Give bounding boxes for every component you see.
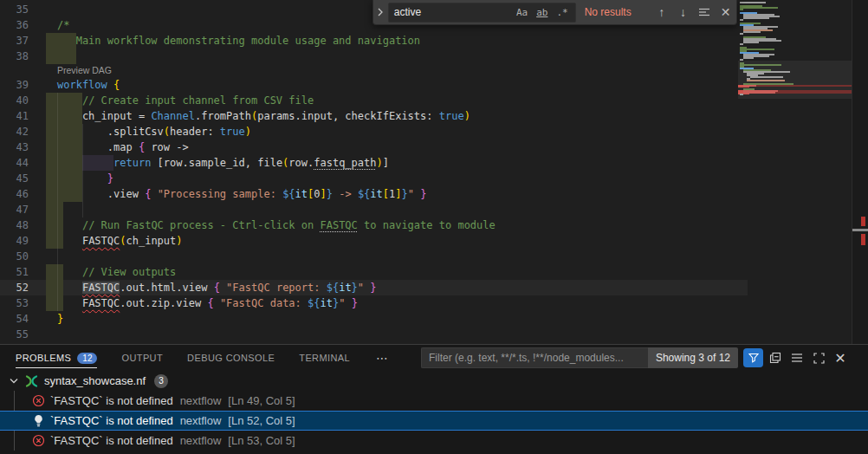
code-lens-preview-dag[interactable]: Preview DAG [57, 65, 112, 75]
problems-filter: Filter (e.g. text, **/*.ts, !**/node_mod… [421, 347, 738, 368]
find-widget: active Aa ab .* No results ↑ ↓ ✕ [372, 0, 737, 25]
problems-list: syntax_showcase.nf3`FASTQC` is not defin… [0, 371, 868, 454]
collapse-all-icon[interactable] [766, 348, 785, 367]
indent-guide [57, 93, 58, 108]
code-line[interactable]: 47 [0, 202, 852, 217]
problem-item[interactable]: `FASTQC` is not definednextflow[Ln 52, C… [0, 411, 868, 431]
find-query[interactable]: active [394, 6, 511, 18]
line-number: 48 [0, 217, 40, 233]
code-line[interactable]: 55 [0, 327, 852, 342]
indent-guide [82, 171, 83, 186]
filter-icon[interactable] [743, 348, 763, 367]
problem-source: nextflow [180, 414, 222, 427]
code-line[interactable]: 49 FASTQC(ch_input) [0, 233, 852, 249]
whitespace-highlight [46, 202, 63, 217]
tab-terminal[interactable]: TERMINAL [299, 345, 350, 371]
code-line[interactable]: 37 * Main workflow demonstrating module … [0, 33, 852, 49]
code-line[interactable]: 54} [0, 311, 852, 327]
error-icon [31, 394, 45, 408]
problem-location: [Ln 53, Col 5] [228, 434, 295, 447]
indent-guide [82, 124, 83, 139]
indent-guide [57, 139, 58, 155]
problem-item[interactable]: `FASTQC` is not definednextflow[Ln 53, C… [0, 431, 868, 451]
code-line[interactable]: 43 .map { row -> [0, 139, 852, 155]
code-line[interactable]: 38 */ [0, 49, 852, 64]
code-editor[interactable]: 3536/*37 * Main workflow demonstrating m… [0, 0, 868, 344]
filter-input[interactable]: Filter (e.g. text, **/*.ts, !**/node_mod… [421, 347, 648, 368]
line-number: 42 [0, 124, 40, 139]
error-marker [861, 234, 865, 245]
code-line[interactable]: 40 // Create input channel from CSV file [0, 93, 852, 108]
line-number: 49 [0, 233, 40, 249]
vscode-window: 3536/*37 * Main workflow demonstrating m… [0, 0, 868, 454]
whitespace-highlight [46, 264, 63, 280]
toggle-replace-chevron-icon[interactable] [373, 0, 388, 24]
regex-icon[interactable]: .* [553, 6, 571, 19]
whitespace-highlight [46, 49, 76, 64]
indent-guide [57, 186, 58, 202]
problems-file-header[interactable]: syntax_showcase.nf3 [0, 371, 868, 391]
indent-guide [57, 202, 58, 217]
code-line[interactable]: 44 return [row.sample_id, file(row.fastq… [0, 155, 852, 171]
code-line[interactable]: 51 // View outputs [0, 264, 852, 280]
whitespace-highlight [46, 93, 82, 108]
whitespace-highlight [46, 233, 63, 249]
whitespace-highlight [46, 171, 82, 186]
chevron-down-icon[interactable] [7, 378, 21, 384]
indent-guide [82, 186, 83, 202]
bottom-panel: PROBLEMS 12 OUTPUT DEBUG CONSOLE TERMINA… [0, 344, 868, 454]
code-line[interactable]: 42 .splitCsv(header: true) [0, 124, 852, 139]
code-line[interactable]: 53 FASTQC.out.zip.view { "FastQC data: $… [0, 295, 852, 311]
close-panel-icon[interactable]: ✕ [831, 348, 850, 367]
find-input[interactable]: active Aa ab .* [388, 3, 576, 23]
indent-guide [57, 249, 58, 264]
line-number: 52 [0, 280, 40, 295]
minimap[interactable] [738, 2, 852, 106]
code-line[interactable]: 41 ch_input = Channel.fromPath(params.in… [0, 108, 852, 124]
indent-guide [57, 217, 58, 233]
whitespace-highlight [46, 155, 82, 171]
tab-output[interactable]: OUTPUT [121, 345, 163, 371]
indent-guide [57, 264, 58, 280]
code-line[interactable]: 45 } [0, 171, 852, 186]
indent-guide [57, 233, 58, 249]
whole-word-icon[interactable]: ab [533, 6, 551, 19]
code-line[interactable]: 52 FASTQC.out.html.view { "FastQC report… [0, 280, 852, 295]
code-line[interactable]: 48 // Run FastQC process - Ctrl-click on… [0, 217, 852, 233]
problem-source: nextflow [180, 394, 222, 407]
problems-count-badge: 12 [77, 353, 97, 364]
problem-location: [Ln 49, Col 5] [228, 394, 295, 407]
find-in-selection-icon[interactable] [694, 3, 716, 22]
problem-item[interactable]: `FASTQC` is not definednextflow[Ln 49, C… [0, 391, 868, 411]
whitespace-highlight [46, 186, 82, 202]
match-case-icon[interactable]: Aa [513, 6, 531, 19]
find-previous-button[interactable]: ↑ [651, 3, 673, 22]
code-line[interactable]: 39workflow { [0, 77, 852, 93]
whitespace-highlight [46, 33, 76, 49]
view-as-table-icon[interactable] [787, 348, 806, 367]
minimap-slider[interactable] [738, 61, 852, 99]
maximize-panel-icon[interactable] [809, 348, 828, 367]
line-number: 39 [0, 77, 40, 93]
find-next-button[interactable]: ↓ [672, 3, 694, 22]
indent-guide [57, 155, 58, 171]
indent-guide [57, 295, 58, 311]
whitespace-highlight [46, 217, 63, 233]
line-number: 37 [0, 33, 40, 49]
code-line[interactable]: 46 .view { "Processing sample: ${it[0]} … [0, 186, 852, 202]
tab-problems[interactable]: PROBLEMS 12 [16, 345, 97, 371]
line-number: 47 [0, 202, 40, 217]
indent-highlight [82, 155, 113, 171]
code-line[interactable]: 50 [0, 249, 852, 264]
problem-message: `FASTQC` is not defined [50, 414, 173, 427]
overview-ruler[interactable] [852, 0, 868, 344]
find-close-icon[interactable]: ✕ [715, 3, 736, 22]
nextflow-icon [24, 374, 39, 388]
line-number: 40 [0, 93, 40, 108]
problem-location: [Ln 52, Col 5] [228, 414, 295, 427]
problem-message: `FASTQC` is not defined [50, 434, 173, 447]
tab-debug-console[interactable]: DEBUG CONSOLE [187, 345, 275, 371]
code-lines: 3536/*37 * Main workflow demonstrating m… [0, 2, 852, 342]
line-number: 41 [0, 108, 40, 124]
more-actions-icon[interactable]: ⋯ [376, 351, 388, 365]
